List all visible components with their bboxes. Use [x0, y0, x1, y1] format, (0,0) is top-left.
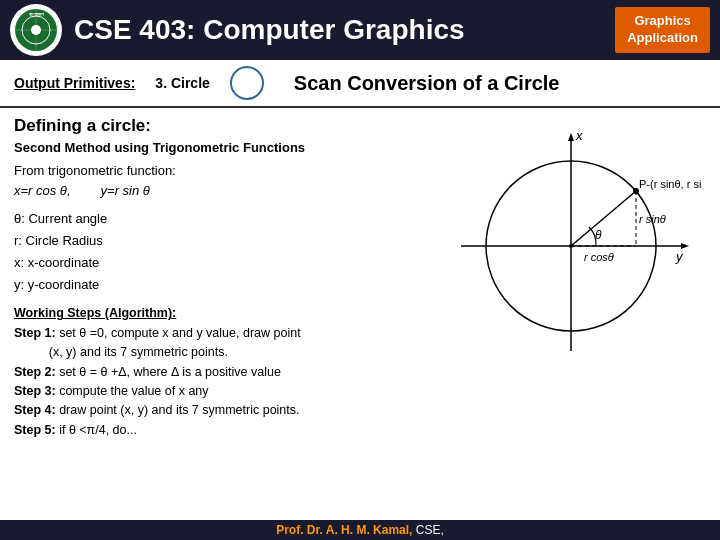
- legend-theta: θ: Current angle: [14, 208, 406, 230]
- svg-text:θ: θ: [595, 228, 602, 242]
- legend-block: θ: Current angle r: Circle Radius x: x-c…: [14, 208, 406, 296]
- footer-name: Prof. Dr. A. H. M. Kamal,: [276, 523, 412, 537]
- content-right: y x P-(r sinθ, r sinθ) r sinθ r cosθ: [416, 116, 706, 440]
- steps-block: Working Steps (Algorithm): Step 1: set θ…: [14, 304, 406, 440]
- svg-text:x: x: [575, 128, 583, 143]
- svg-line-15: [571, 191, 636, 246]
- legend-x: x: x-coordinate: [14, 252, 406, 274]
- main-content: Defining a circle: Second Method using T…: [0, 108, 720, 440]
- app-badge: Graphics Application: [615, 7, 710, 53]
- footer: Prof. Dr. A. H. M. Kamal, CSE,: [0, 520, 720, 540]
- circle-icon: [230, 66, 264, 100]
- svg-text:y: y: [675, 249, 684, 264]
- svg-text:P-(r sinθ, r sinθ): P-(r sinθ, r sinθ): [639, 178, 701, 190]
- scan-title: Scan Conversion of a Circle: [294, 72, 560, 95]
- university-logo: বাংলাদেশ: [10, 4, 62, 56]
- formula-block: From trigonometric function: x=r cos θ, …: [14, 161, 406, 200]
- content-left: Defining a circle: Second Method using T…: [14, 116, 406, 440]
- page-title: CSE 403: Computer Graphics: [74, 14, 615, 46]
- subheader: Output Primitives: 3. Circle Scan Conver…: [0, 60, 720, 108]
- header: বাংলাদেশ CSE 403: Computer Graphics Grap…: [0, 0, 720, 60]
- circle-diagram: y x P-(r sinθ, r sinθ) r sinθ r cosθ: [421, 126, 701, 366]
- svg-point-21: [569, 244, 573, 248]
- legend-r: r: Circle Radius: [14, 230, 406, 252]
- defining-title: Defining a circle:: [14, 116, 406, 136]
- footer-dept: CSE,: [416, 523, 444, 537]
- method-subtitle: Second Method using Trigonometric Functi…: [14, 140, 406, 155]
- legend-y: y: y-coordinate: [14, 274, 406, 296]
- svg-marker-9: [568, 133, 574, 141]
- svg-text:r sinθ: r sinθ: [639, 213, 666, 225]
- svg-text:r cosθ: r cosθ: [584, 251, 614, 263]
- topic-label: 3. Circle: [155, 75, 209, 91]
- primitives-label: Output Primitives:: [14, 75, 135, 91]
